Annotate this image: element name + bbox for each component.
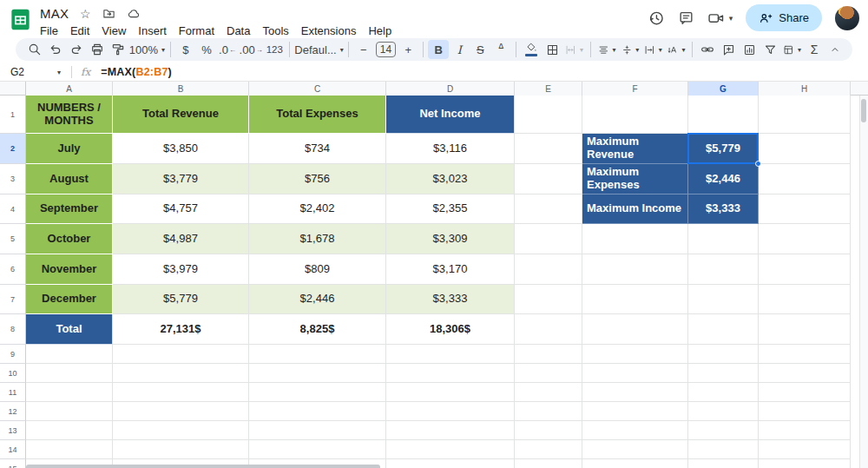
cell-B1[interactable]: Total Revenue — [113, 96, 249, 134]
cell-E15[interactable] — [515, 459, 582, 468]
cell-A13[interactable] — [26, 421, 113, 440]
cell-B3[interactable]: $3,779 — [113, 164, 249, 194]
cell-E8[interactable] — [515, 314, 582, 345]
row-header-10[interactable]: 10 — [0, 364, 26, 383]
cell-E3[interactable] — [515, 164, 582, 194]
cell-A5[interactable]: October — [26, 224, 113, 254]
cell-F7[interactable] — [582, 285, 688, 314]
cell-E6[interactable] — [515, 254, 582, 285]
cell-E10[interactable] — [515, 364, 582, 383]
cell-C1[interactable]: Total Expenses — [249, 96, 386, 134]
row-header-15[interactable]: 15 — [0, 459, 26, 468]
cell-E2[interactable] — [515, 134, 582, 164]
cell-D1[interactable]: Net Income — [386, 96, 515, 134]
cell-E1[interactable] — [515, 96, 582, 134]
cell-D9[interactable] — [386, 345, 515, 364]
cell-G7[interactable] — [688, 285, 759, 314]
cell-H3[interactable] — [759, 164, 851, 194]
cell-H2[interactable] — [759, 134, 851, 164]
meet-icon[interactable]: ▾ — [707, 10, 733, 27]
cell-E9[interactable] — [515, 345, 582, 364]
row-header-13[interactable]: 13 — [0, 421, 26, 440]
cell-B13[interactable] — [113, 421, 249, 440]
cell-G2[interactable]: $5,779 — [688, 134, 759, 164]
document-title[interactable]: MAX — [40, 6, 69, 21]
user-avatar[interactable] — [835, 6, 859, 30]
cell-E11[interactable] — [515, 383, 582, 402]
row-header-9[interactable]: 9 — [0, 345, 26, 364]
column-header-D[interactable]: D — [386, 82, 515, 96]
vertical-align-button[interactable]: ▾ — [619, 40, 642, 59]
cell-G12[interactable] — [688, 402, 759, 421]
insert-chart-button[interactable] — [739, 40, 760, 59]
percent-format-button[interactable]: % — [196, 40, 217, 59]
font-size-input[interactable]: 14 — [376, 42, 397, 57]
cell-F2[interactable]: Maximum Revenue — [582, 134, 688, 164]
cell-G11[interactable] — [688, 383, 759, 402]
cell-H4[interactable] — [759, 194, 851, 224]
cell-H8[interactable] — [759, 314, 851, 345]
column-header-C[interactable]: C — [249, 82, 386, 96]
cell-C9[interactable] — [249, 345, 386, 364]
cell-G10[interactable] — [688, 364, 759, 383]
column-header-F[interactable]: F — [582, 82, 688, 96]
menu-file[interactable]: File — [34, 23, 64, 39]
select-all-corner[interactable] — [0, 82, 26, 96]
comment-history-icon[interactable] — [678, 10, 694, 26]
name-box[interactable]: G2 ▾ — [10, 66, 61, 78]
cell-B6[interactable]: $3,979 — [113, 254, 249, 285]
row-header-6[interactable]: 6 — [0, 254, 26, 285]
cell-C3[interactable]: $756 — [249, 164, 386, 194]
cell-B2[interactable]: $3,850 — [113, 134, 249, 164]
merge-cells-button[interactable]: ▾ — [562, 40, 586, 59]
collapse-toolbar-button[interactable] — [825, 40, 845, 59]
cell-C13[interactable] — [249, 421, 386, 440]
cell-F11[interactable] — [582, 383, 688, 402]
cell-B4[interactable]: $4,757 — [113, 194, 249, 224]
column-header-A[interactable]: A — [26, 82, 113, 96]
cell-F8[interactable] — [582, 314, 688, 345]
sheets-logo-icon[interactable] — [9, 8, 32, 31]
cell-D15[interactable] — [386, 459, 515, 468]
cell-C5[interactable]: $1,678 — [249, 224, 386, 254]
row-header-5[interactable]: 5 — [0, 224, 26, 254]
column-header-G[interactable]: G — [688, 82, 759, 96]
cell-A6[interactable]: November — [26, 254, 113, 285]
cell-H9[interactable] — [759, 345, 851, 364]
create-filter-button[interactable] — [760, 40, 780, 59]
cell-G14[interactable] — [688, 440, 759, 459]
vertical-scrollbar-track[interactable] — [859, 96, 868, 468]
cell-F1[interactable] — [582, 96, 688, 134]
cell-A11[interactable] — [26, 383, 113, 402]
menu-edit[interactable]: Edit — [64, 23, 95, 39]
cell-C4[interactable]: $2,402 — [249, 194, 386, 224]
version-history-icon[interactable] — [648, 10, 665, 27]
fill-color-button[interactable] — [521, 40, 542, 59]
cell-E4[interactable] — [515, 194, 582, 224]
cell-D14[interactable] — [386, 440, 515, 459]
cell-H11[interactable] — [759, 383, 851, 402]
cell-E7[interactable] — [515, 285, 582, 314]
cell-B10[interactable] — [113, 364, 249, 383]
cell-D5[interactable]: $3,309 — [386, 224, 515, 254]
cell-F5[interactable] — [582, 224, 688, 254]
row-header-14[interactable]: 14 — [0, 440, 26, 459]
cell-B12[interactable] — [113, 402, 249, 421]
row-header-1[interactable]: 1 — [0, 96, 26, 134]
cell-H14[interactable] — [759, 440, 851, 459]
cell-C11[interactable] — [249, 383, 386, 402]
menu-help[interactable]: Help — [362, 23, 398, 39]
cell-B9[interactable] — [113, 345, 249, 364]
increase-decimal-button[interactable]: .00→ — [238, 40, 264, 59]
cell-D6[interactable]: $3,170 — [386, 254, 515, 285]
paint-format-button[interactable] — [108, 40, 128, 59]
menu-extensions[interactable]: Extensions — [295, 23, 363, 39]
cell-E14[interactable] — [515, 440, 582, 459]
strikethrough-button[interactable]: S — [470, 40, 490, 59]
cell-C8[interactable]: 8,825$ — [249, 314, 386, 345]
cell-D7[interactable]: $3,333 — [386, 285, 515, 314]
cell-H5[interactable] — [759, 224, 851, 254]
cell-B5[interactable]: $4,987 — [113, 224, 249, 254]
cell-A1[interactable]: NUMBERS / MONTHS — [26, 96, 113, 134]
fill-handle[interactable] — [755, 161, 761, 167]
